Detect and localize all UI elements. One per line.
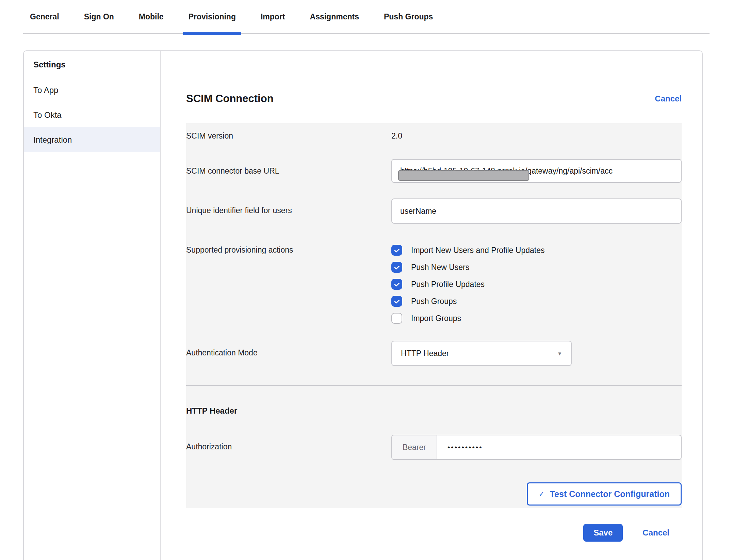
sidebar-title: Settings — [24, 51, 160, 69]
row-provisioning-actions: Supported provisioning actions Import Ne… — [186, 245, 682, 324]
checkbox-label: Push New Users — [411, 263, 469, 272]
checkbox-label: Import New Users and Profile Updates — [411, 246, 544, 255]
row-scim-version: SCIM version 2.0 — [186, 123, 682, 141]
checkbox-checked-icon[interactable] — [391, 245, 402, 256]
tab-mobile[interactable]: Mobile — [139, 0, 164, 34]
scim-header: SCIM Connection Cancel — [186, 93, 682, 105]
checkbox-row-import-users[interactable]: Import New Users and Profile Updates — [391, 245, 682, 256]
scim-version-value: 2.0 — [391, 131, 682, 141]
checkbox-checked-icon[interactable] — [391, 296, 402, 307]
row-base-url: SCIM connector base URL https://b5bd-195… — [186, 159, 682, 183]
bearer-prefix: Bearer — [392, 435, 437, 459]
checkbox-row-push-groups[interactable]: Push Groups — [391, 296, 682, 307]
checkbox-row-push-new-users[interactable]: Push New Users — [391, 262, 682, 273]
sidebar-item-to-okta[interactable]: To Okta — [24, 102, 160, 127]
test-connector-row: ✓ Test Connector Configuration — [186, 482, 682, 506]
checkbox-checked-icon[interactable] — [391, 262, 402, 273]
checkbox-label: Push Profile Updates — [411, 280, 485, 289]
provisioning-card: Settings To App To Okta Integration SCIM… — [23, 50, 703, 560]
test-connector-label: Test Connector Configuration — [550, 489, 670, 499]
page-title: SCIM Connection — [186, 93, 274, 105]
app-tabbar: General Sign On Mobile Provisioning Impo… — [23, 0, 710, 34]
redaction-bar — [398, 170, 529, 181]
check-icon: ✓ — [539, 490, 544, 498]
checkbox-row-import-groups[interactable]: Import Groups — [391, 313, 682, 324]
section-divider — [186, 385, 682, 386]
save-button[interactable]: Save — [583, 524, 623, 542]
tab-provisioning[interactable]: Provisioning — [189, 0, 236, 34]
scim-version-label: SCIM version — [186, 131, 391, 141]
tab-import[interactable]: Import — [261, 0, 285, 34]
scim-connection-panel: SCIM Connection Cancel SCIM version 2.0 … — [161, 51, 702, 560]
checkbox-unchecked-icon[interactable] — [391, 313, 402, 324]
tab-general[interactable]: General — [30, 0, 59, 34]
checkbox-label: Import Groups — [411, 314, 461, 323]
sidebar-item-to-app[interactable]: To App — [24, 78, 160, 102]
settings-sidebar: Settings To App To Okta Integration — [24, 51, 161, 560]
authorization-label: Authorization — [186, 435, 391, 451]
test-connector-button[interactable]: ✓ Test Connector Configuration — [527, 482, 682, 506]
tab-assignments[interactable]: Assignments — [310, 0, 359, 34]
row-unique-identifier: Unique identifier field for users userNa… — [186, 198, 682, 224]
base-url-label: SCIM connector base URL — [186, 159, 391, 176]
cancel-link-bottom[interactable]: Cancel — [642, 528, 669, 538]
tab-push-groups[interactable]: Push Groups — [384, 0, 433, 34]
authorization-token-input[interactable]: •••••••••• — [437, 435, 483, 459]
provisioning-actions-label: Supported provisioning actions — [186, 245, 391, 255]
scim-form: SCIM version 2.0 SCIM connector base URL… — [186, 123, 682, 508]
checkbox-row-push-profile-updates[interactable]: Push Profile Updates — [391, 279, 682, 290]
authentication-mode-value: HTTP Header — [401, 349, 449, 358]
redacted-url-segment: https://b5bd-195-19-67-148.ngrok.io — [400, 166, 525, 176]
http-header-section-title: HTTP Header — [186, 406, 682, 416]
provisioning-actions-list: Import New Users and Profile Updates Pus… — [391, 245, 682, 324]
checkbox-label: Push Groups — [411, 297, 457, 306]
sidebar-item-integration[interactable]: Integration — [24, 127, 160, 152]
unique-identifier-label: Unique identifier field for users — [186, 198, 391, 215]
base-url-input[interactable]: https://b5bd-195-19-67-148.ngrok.io /gat… — [391, 159, 682, 183]
tab-sign-on[interactable]: Sign On — [84, 0, 114, 34]
checkbox-checked-icon[interactable] — [391, 279, 402, 290]
chevron-down-icon: ▼ — [557, 351, 562, 356]
row-authorization: Authorization Bearer •••••••••• — [186, 435, 682, 460]
authorization-input-group: Bearer •••••••••• — [391, 435, 682, 460]
sidebar-items: To App To Okta Integration — [24, 78, 160, 152]
footer-actions: Save Cancel — [186, 524, 682, 542]
unique-identifier-value: userName — [400, 207, 436, 216]
unique-identifier-input[interactable]: userName — [391, 198, 682, 224]
authentication-mode-label: Authentication Mode — [186, 341, 391, 357]
authentication-mode-select[interactable]: HTTP Header ▼ — [391, 341, 572, 366]
row-authentication-mode: Authentication Mode HTTP Header ▼ — [186, 341, 682, 366]
url-visible-suffix: /gateway/ng/api/scim/acc — [525, 166, 613, 176]
cancel-link-top[interactable]: Cancel — [655, 94, 682, 103]
